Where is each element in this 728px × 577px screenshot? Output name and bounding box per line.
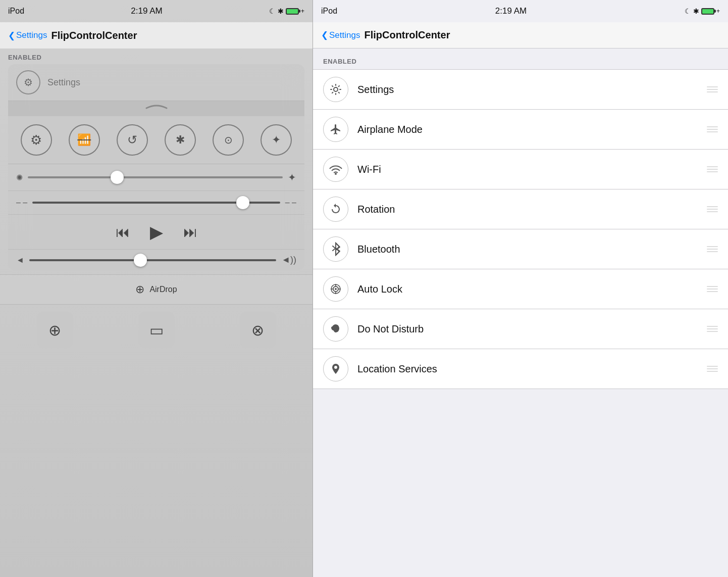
rewind-button[interactable]: ⏮	[116, 224, 130, 241]
bluetooth-item-label: Bluetooth	[357, 244, 707, 255]
list-item-location[interactable]: Location Services	[313, 349, 728, 389]
left-panel: iPod 2:19 AM ☾ ✱ + ❮ Settings FlipContro…	[0, 0, 313, 577]
dnd-item-label: Do Not Disturb	[357, 323, 707, 335]
right-nav-bar: ❮ Settings FlipControlCenter	[313, 22, 728, 49]
ctrl-autolock-icon[interactable]: ⊙	[213, 124, 244, 156]
rotation-item-label: Rotation	[357, 204, 707, 215]
play-button[interactable]: ▶	[150, 222, 163, 242]
dnd-icon-circle	[323, 316, 348, 342]
vol-high-icon: ◄))	[281, 255, 296, 265]
ctrl-extra-icon[interactable]: ✦	[261, 124, 292, 156]
ctrl-wifi-icon[interactable]: 📶	[69, 124, 100, 156]
left-chevron-icon: ❮	[8, 30, 15, 41]
bottom-icon-3[interactable]: ⊗	[240, 312, 276, 348]
list-item-rotation[interactable]: Rotation	[313, 189, 728, 229]
brightness-high-icon: ✦	[288, 171, 296, 183]
left-back-button[interactable]: ❮ Settings	[8, 30, 47, 41]
music-low-icon: – –	[16, 198, 27, 207]
airdrop-icon: ⊕	[135, 283, 144, 296]
right-back-button[interactable]: ❮ Settings	[321, 30, 360, 40]
right-status-bar: iPod 2:19 AM ☾ ✱ +	[313, 0, 728, 22]
airplane-item-label: Airplane Mode	[357, 124, 707, 135]
right-chevron-icon: ❮	[321, 30, 328, 40]
fastforward-button[interactable]: ⏭	[183, 224, 197, 241]
bottom-icons-row: ⊕ ▭ ⊗	[0, 305, 313, 355]
airdrop-label: AirDrop	[149, 285, 177, 294]
airplane-icon-circle	[323, 117, 348, 142]
right-moon-icon: ☾	[685, 7, 691, 15]
music-high-icon: – –	[285, 198, 296, 207]
list-item-autolock[interactable]: Auto Lock	[313, 269, 728, 309]
music-track[interactable]	[32, 202, 280, 204]
left-settings-label: Settings	[47, 77, 80, 88]
left-nav-bar: ❮ Settings FlipControlCenter	[0, 22, 313, 49]
right-status-icons: ☾ ✱ +	[685, 7, 720, 15]
left-status-icons: ☾ ✱ +	[269, 7, 304, 15]
left-settings-partial-row: ⚙ Settings	[8, 64, 304, 101]
brightness-track[interactable]	[28, 176, 283, 178]
brightness-thumb[interactable]	[111, 171, 124, 184]
left-page-title: FlipControlCenter	[51, 30, 137, 41]
vol-low-icon: ◄	[16, 256, 24, 265]
pull-indicator	[8, 101, 304, 116]
list-item-bluetooth[interactable]: Bluetooth	[313, 229, 728, 269]
left-status-bar: iPod 2:19 AM ☾ ✱ +	[0, 0, 313, 22]
battery-icon	[286, 8, 299, 15]
volume-thumb[interactable]	[134, 254, 147, 267]
music-controls: ⏮ ▶ ⏭	[8, 215, 304, 250]
list-item-dnd[interactable]: Do Not Disturb	[313, 309, 728, 349]
settings-reorder[interactable]	[707, 86, 718, 92]
autolock-icon-circle	[323, 276, 348, 302]
moon-icon: ☾	[269, 7, 276, 15]
ctrl-bluetooth-icon[interactable]: ✱	[165, 124, 196, 156]
ctrl-rotation-icon[interactable]: ↺	[117, 124, 148, 156]
list-item-airplane[interactable]: Airplane Mode	[313, 110, 728, 150]
rotation-reorder[interactable]	[707, 206, 718, 212]
brightness-low-icon: ✺	[16, 173, 23, 182]
controls-row: ⚙ 📶 ↺ ✱ ⊙ ✦	[8, 116, 304, 164]
settings-item-label: Settings	[357, 84, 707, 95]
right-battery-icon	[701, 8, 714, 15]
autolock-reorder[interactable]	[707, 286, 718, 292]
volume-slider-row: ◄ ◄))	[8, 250, 304, 270]
right-section-header: ENABLED	[313, 49, 728, 69]
right-panel: iPod 2:19 AM ☾ ✱ + ❮ Settings FlipContro…	[313, 0, 728, 577]
bottom-icon-1[interactable]: ⊕	[37, 312, 73, 348]
right-page-title: FlipControlCenter	[364, 29, 450, 41]
right-carrier: iPod	[321, 7, 337, 16]
wifi-reorder[interactable]	[707, 166, 718, 172]
rotation-icon-circle	[323, 197, 348, 222]
left-time: 2:19 AM	[131, 6, 162, 16]
ctrl-settings-icon[interactable]: ⚙	[21, 124, 52, 156]
bluetooth-icon-circle	[323, 236, 348, 262]
left-back-label: Settings	[16, 30, 47, 40]
airdrop-row[interactable]: ⊕ AirDrop	[0, 274, 313, 305]
wifi-item-label: Wi-Fi	[357, 164, 707, 175]
svg-point-0	[334, 87, 338, 91]
autolock-item-label: Auto Lock	[357, 283, 707, 295]
dnd-reorder[interactable]	[707, 326, 718, 332]
svg-point-3	[335, 288, 337, 290]
music-thumb[interactable]	[236, 196, 249, 209]
bluetooth-status-icon: ✱	[278, 7, 284, 15]
settings-list: Settings Airplane Mode	[313, 69, 728, 389]
settings-icon-circle	[323, 77, 348, 102]
right-charging-icon: +	[716, 8, 720, 15]
left-blur-overlay: ⚙ Settings ⚙ 📶 ↺ ✱ ⊙ ✦ ✺ ✦ –	[8, 64, 304, 270]
right-bluetooth-status-icon: ✱	[693, 7, 699, 15]
left-carrier: iPod	[8, 7, 24, 16]
bottom-icon-2[interactable]: ▭	[138, 312, 175, 348]
location-reorder[interactable]	[707, 366, 718, 372]
list-item-settings[interactable]: Settings	[313, 70, 728, 110]
bluetooth-reorder[interactable]	[707, 246, 718, 252]
left-settings-icon: ⚙	[16, 70, 40, 94]
left-section-header: ENABLED	[0, 49, 313, 64]
location-icon-circle	[323, 356, 348, 381]
right-back-label: Settings	[329, 30, 360, 40]
list-item-wifi[interactable]: Wi-Fi	[313, 150, 728, 189]
wifi-icon-circle	[323, 157, 348, 182]
right-time: 2:19 AM	[495, 6, 527, 16]
volume-track[interactable]	[29, 259, 276, 261]
airplane-reorder[interactable]	[707, 126, 718, 132]
location-item-label: Location Services	[357, 363, 707, 375]
